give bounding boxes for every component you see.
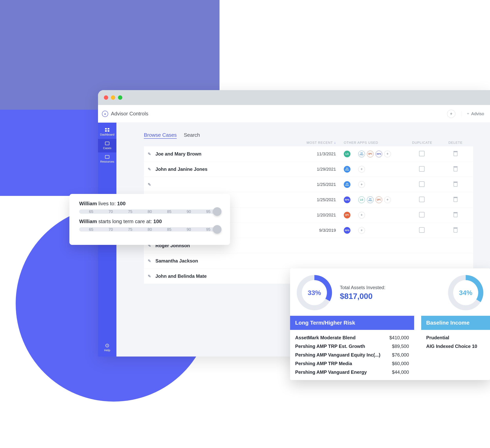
app-badge-rps[interactable]: RPS [376, 151, 382, 157]
case-date: 1/20/2021 [289, 213, 340, 218]
edit-icon[interactable]: ✎ [148, 258, 151, 263]
asset-row: Pershing AMP TRP Media$60,000 [295, 359, 409, 368]
asset-name: Pershing AMP TRP Est. Growth [295, 344, 365, 349]
trash-icon[interactable] [454, 182, 457, 187]
duplicate-icon[interactable] [420, 213, 425, 217]
panel-baseline-header: Baseline Income [421, 316, 490, 330]
donut-long-term: 33% [297, 275, 332, 310]
traffic-light-minimize[interactable] [111, 95, 115, 100]
duplicate-icon[interactable] [420, 182, 425, 187]
app-badge-rps[interactable]: RPS [344, 197, 350, 203]
header-most-recent[interactable]: MOST RECENT [306, 141, 333, 145]
asset-name: Pershing AMP Vanguard Equity Inc(...) [295, 352, 380, 358]
asset-row: Pershing AMP TRP Est. Growth$89,500 [295, 342, 409, 351]
brand-name: Advisor Controls [111, 111, 148, 117]
app-badge-lg[interactable]: LG [358, 197, 365, 203]
traffic-light-close[interactable] [104, 95, 108, 100]
table-row[interactable]: ✎1/25/2021SSPRO+ [144, 177, 473, 192]
add-app-button[interactable]: + [358, 212, 365, 218]
app-badge-lg[interactable]: LG [344, 151, 350, 157]
duplicate-icon[interactable] [420, 167, 425, 172]
edit-icon[interactable]: ✎ [148, 167, 151, 172]
duplicate-icon[interactable] [420, 152, 425, 156]
trash-icon[interactable] [454, 228, 457, 233]
case-name: John and Belinda Mate [155, 274, 207, 279]
slider-tick: 95 [206, 209, 210, 214]
table-row[interactable]: ✎Joe and Mary Brown11/3/2021LGSSPROQPCRP… [144, 146, 473, 162]
header-duplicate: DUPLICATE [412, 141, 432, 145]
asset-name: Pershing AMP TRP Media [295, 361, 352, 366]
slider-tick: 90 [187, 227, 191, 232]
case-date: 1/29/2021 [289, 167, 340, 172]
slider-thumb[interactable] [213, 207, 221, 216]
slider-lives-to-label: William lives to: 100 [79, 201, 220, 207]
case-name: Joe and Mary Brown [155, 151, 201, 157]
donut-baseline: 34% [448, 275, 483, 310]
add-app-button[interactable]: + [358, 227, 365, 234]
asset-row: AIG Indexed Choice 10 [426, 342, 485, 351]
trash-icon[interactable] [454, 198, 457, 202]
sidebar-label: Resources [100, 160, 114, 163]
brand: a Advisor Controls [102, 111, 148, 117]
traffic-light-zoom[interactable] [118, 95, 122, 100]
slider-tick: 85 [167, 209, 172, 214]
add-app-button[interactable]: + [358, 166, 365, 172]
edit-icon[interactable]: ✎ [148, 182, 151, 187]
add-app-button[interactable]: + [358, 181, 365, 188]
app-badge-sspro[interactable]: SSPRO [358, 151, 365, 157]
sidebar-label: Help [104, 348, 110, 352]
donut-baseline-pct: 34% [459, 289, 472, 297]
panel-long-term-header: Long Term/Higher Risk [290, 316, 414, 330]
edit-icon[interactable]: ✎ [148, 152, 151, 156]
sidebar-item-help[interactable]: i Help [98, 341, 116, 356]
trash-icon[interactable] [454, 152, 457, 156]
trash-icon[interactable] [454, 213, 457, 217]
app-badge-qpc[interactable]: QPC [344, 212, 350, 218]
help-icon: i [105, 344, 109, 347]
table-row[interactable]: ✎John and Janine Jones1/29/2021SSPRO+ [144, 162, 473, 177]
app-badge-sspro[interactable]: SSPRO [344, 181, 350, 188]
column-headers: MOST RECENT↓ OTHER APPS USED DUPLICATE D… [144, 141, 473, 145]
slider-ltc-label: William starts long term care at: 100 [79, 218, 220, 224]
add-app-button[interactable]: + [384, 197, 391, 203]
sidebar-item-dashboard[interactable]: Dashboard [98, 125, 116, 139]
edit-icon[interactable]: ✎ [148, 274, 151, 279]
slider-tick: 80 [148, 227, 152, 232]
slider-thumb[interactable] [213, 225, 221, 234]
advisor-dropdown[interactable]: Adviso [461, 111, 484, 116]
slider-card: William lives to: 100 65707580859095 Wil… [69, 194, 230, 245]
tab-search[interactable]: Search [184, 132, 200, 138]
asset-value: $44,000 [392, 370, 409, 375]
add-app-button[interactable]: + [384, 151, 391, 157]
slider-tick: 90 [187, 209, 191, 214]
asset-value: $76,000 [392, 352, 409, 358]
dashboard-icon [105, 128, 109, 132]
slider-lives-to[interactable]: 65707580859095 [79, 209, 220, 214]
app-badge-qpc[interactable]: QPC [367, 151, 374, 157]
advisor-dropdown-label: Adviso [471, 111, 484, 116]
add-button[interactable]: + [447, 110, 455, 118]
app-badge-qpc[interactable]: QPC [376, 197, 382, 203]
donut-long-term-pct: 33% [308, 289, 321, 297]
asset-row: Prudential [426, 333, 485, 342]
case-date: 9/3/2019 [289, 228, 340, 233]
app-badge-sspro[interactable]: SSPRO [344, 166, 350, 172]
sidebar-label: Cases [103, 146, 112, 150]
app-badge-sspro[interactable]: SSPRO [367, 197, 374, 203]
app-badge-rps[interactable]: RPS [344, 227, 350, 234]
window-titlebar [98, 90, 490, 105]
duplicate-icon[interactable] [420, 228, 425, 233]
sidebar-item-cases[interactable]: Cases [98, 139, 116, 152]
slider-tick: 85 [167, 227, 172, 232]
sidebar-item-resources[interactable]: Resources [98, 152, 116, 166]
trash-icon[interactable] [454, 167, 457, 172]
header-delete: DELETE [448, 141, 463, 145]
table-row[interactable]: ✎Samantha Jackson [144, 253, 473, 268]
asset-name: Prudential [426, 335, 449, 340]
asset-value: $60,000 [392, 361, 409, 366]
case-date: 1/25/2021 [289, 197, 340, 202]
slider-tick: 75 [128, 227, 132, 232]
duplicate-icon[interactable] [420, 198, 425, 202]
tab-browse-cases[interactable]: Browse Cases [144, 132, 177, 138]
slider-ltc[interactable]: 65707580859095 [79, 227, 220, 232]
